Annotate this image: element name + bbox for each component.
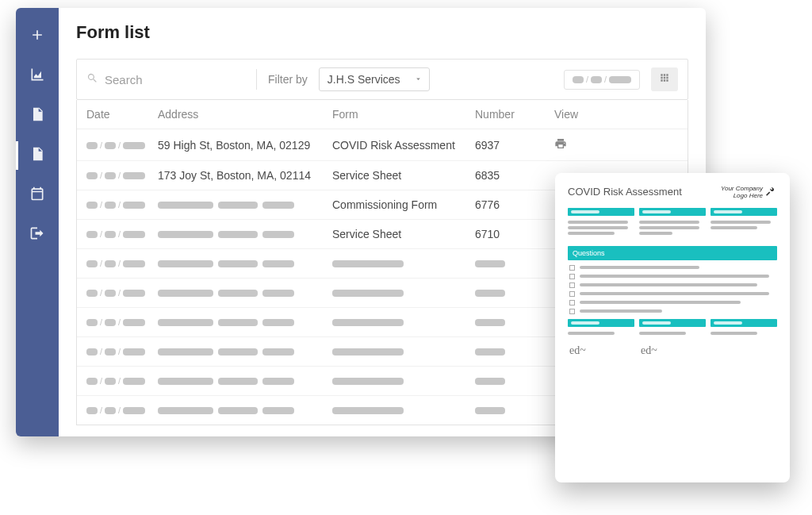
file-dollar-icon xyxy=(29,106,45,125)
page-title: Form list xyxy=(76,22,688,43)
date-filter[interactable]: // xyxy=(564,70,640,90)
cell-address xyxy=(158,228,332,240)
cell-view xyxy=(554,137,618,152)
cell-address xyxy=(158,404,332,417)
cell-date: // xyxy=(86,198,158,211)
cell-date: // xyxy=(86,345,158,358)
cell-address xyxy=(158,198,332,211)
doc-title: COVID Risk Assessment xyxy=(568,186,682,198)
signature-icon: ed~ xyxy=(568,340,634,359)
tools-icon xyxy=(766,186,777,199)
cell-form: Service Sheet xyxy=(332,169,475,182)
cell-number: 6835 xyxy=(475,169,554,182)
doc-checklist xyxy=(568,260,777,317)
cell-address: 59 High St, Boston, MA, 02129 xyxy=(158,139,332,152)
table-row[interactable]: //59 High St, Boston, MA, 02129COVID Ris… xyxy=(77,129,688,161)
plus-icon xyxy=(29,27,45,46)
cell-date: // xyxy=(86,257,158,270)
sidebar-item-forms[interactable] xyxy=(16,138,59,173)
doc-section-questions: Questions xyxy=(568,246,777,260)
search-icon xyxy=(86,72,98,87)
cell-date: // xyxy=(86,139,158,152)
cell-date: // xyxy=(86,316,158,329)
cell-form xyxy=(332,286,475,299)
doc-header: COVID Risk Assessment Your Company Logo … xyxy=(568,186,777,200)
calendar-icon xyxy=(29,186,45,205)
col-form: Form xyxy=(332,108,475,121)
divider xyxy=(256,69,257,90)
search-field[interactable] xyxy=(86,72,245,87)
cell-date: // xyxy=(86,375,158,387)
filter-select[interactable]: J.H.S Services xyxy=(319,67,430,91)
print-icon[interactable] xyxy=(554,140,567,152)
sidebar-item-logout[interactable] xyxy=(16,217,59,252)
cell-number xyxy=(475,286,554,299)
grid-icon xyxy=(659,72,670,86)
cell-number xyxy=(475,375,554,387)
document-preview[interactable]: COVID Risk Assessment Your Company Logo … xyxy=(555,173,790,482)
cell-address xyxy=(158,375,332,387)
doc-info-grid xyxy=(568,208,777,240)
cell-form: COVID Risk Assessment xyxy=(332,139,475,152)
cell-form xyxy=(332,375,475,387)
sidebar-item-invoices[interactable] xyxy=(16,98,59,133)
cell-number: 6710 xyxy=(475,228,554,240)
company-logo-placeholder: Your Company Logo Here xyxy=(721,186,777,200)
cell-form xyxy=(332,257,475,270)
doc-signature-row: ed~ ed~ xyxy=(568,319,777,359)
chevron-down-icon xyxy=(414,73,423,86)
cell-form xyxy=(332,404,475,417)
cell-address xyxy=(158,316,332,329)
cell-address xyxy=(158,345,332,358)
view-grid-button[interactable] xyxy=(651,67,678,91)
cell-number xyxy=(475,345,554,358)
cell-date: // xyxy=(86,169,158,182)
cell-address xyxy=(158,286,332,299)
date-placeholder-icon: // xyxy=(573,75,631,84)
cell-form xyxy=(332,345,475,358)
cell-form xyxy=(332,316,475,329)
filter-value: J.H.S Services xyxy=(327,73,400,86)
cell-date: // xyxy=(86,286,158,299)
cell-number: 6937 xyxy=(475,139,554,152)
chart-area-icon xyxy=(29,67,45,86)
file-lines-icon xyxy=(29,146,45,165)
table-header: Date Address Form Number View xyxy=(77,100,688,129)
col-date: Date xyxy=(86,108,158,121)
cell-number xyxy=(475,404,554,417)
cell-address xyxy=(158,257,332,270)
toolbar: Filter by J.H.S Services // xyxy=(76,59,688,100)
sidebar xyxy=(16,8,59,436)
sidebar-item-calendar[interactable] xyxy=(16,178,59,213)
cell-date: // xyxy=(86,228,158,240)
cell-form: Service Sheet xyxy=(332,228,475,240)
cell-date: // xyxy=(86,404,158,417)
signature-icon: ed~ xyxy=(639,340,706,359)
logout-icon xyxy=(29,225,45,244)
col-number: Number xyxy=(475,108,554,121)
sidebar-item-analytics[interactable] xyxy=(16,59,59,94)
filter-label: Filter by xyxy=(268,73,308,86)
col-address: Address xyxy=(158,108,332,121)
cell-number xyxy=(475,316,554,329)
cell-number xyxy=(475,257,554,270)
col-view: View xyxy=(554,108,618,121)
cell-number: 6776 xyxy=(475,198,554,211)
sidebar-item-add[interactable] xyxy=(16,19,59,54)
cell-address: 173 Joy St, Boston, MA, 02114 xyxy=(158,169,332,182)
search-input[interactable] xyxy=(105,73,245,86)
cell-form: Commissioning Form xyxy=(332,198,475,211)
